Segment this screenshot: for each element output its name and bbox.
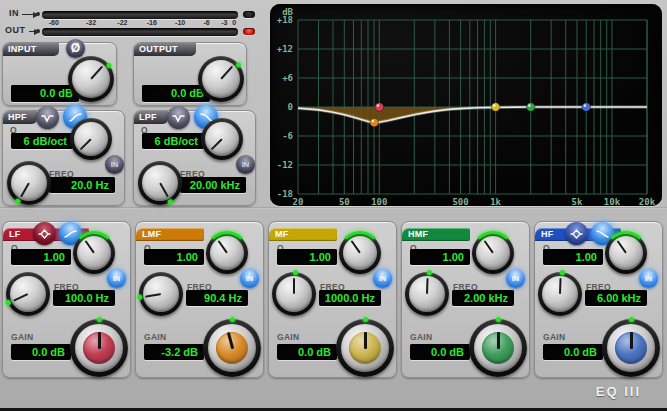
svg-text:500: 500 (452, 197, 468, 206)
scale-tick-label: -6 (204, 19, 210, 26)
lpf-section-title: LPF (134, 111, 168, 124)
input-gain-knob[interactable] (68, 56, 114, 102)
lmf-in-button[interactable]: IN (240, 269, 259, 288)
mf-gain-display[interactable]: 0.0 dB (277, 344, 337, 360)
in-meter-dot-icon (36, 12, 40, 16)
mf-band-title: MF (269, 228, 337, 241)
lpf-freq-knob[interactable] (138, 161, 182, 205)
output-section-title: OUTPUT (134, 43, 196, 56)
hmf-gain-display[interactable]: 0.0 dB (410, 344, 470, 360)
svg-text:20: 20 (293, 197, 304, 206)
out-level-meter (42, 28, 238, 36)
svg-text:+12: +12 (277, 44, 293, 54)
notch-filter-icon[interactable] (36, 106, 59, 129)
notch-filter-icon[interactable] (167, 106, 190, 129)
hf-gain-label: GAIN (543, 332, 565, 342)
lpf-section: LPF Q 6 dB/oct FREQ 20.00 kHz IN (133, 110, 256, 206)
mf-freq-knob[interactable] (272, 272, 316, 316)
hf-gain-display[interactable]: 0.0 dB (543, 344, 603, 360)
hmf-gain-label: GAIN (410, 332, 432, 342)
svg-text:0: 0 (288, 102, 293, 112)
hf-freq-display[interactable]: 6.00 kHz (585, 290, 647, 306)
scale-tick-label: -10 (175, 19, 185, 26)
lf-gain-display[interactable]: 0.0 dB (11, 344, 71, 360)
eq-response-graph[interactable]: +18+12+60-6-12-18dB20501005001k5k10k20k (270, 4, 662, 206)
out-meter-dot-icon (36, 29, 40, 33)
in-meter-arrow-icon (22, 14, 34, 15)
plugin-title: EQ III (596, 384, 641, 399)
lf-gain-label: GAIN (11, 332, 33, 342)
peak-filter-icon[interactable] (33, 222, 56, 245)
hmf-gain-knob[interactable] (469, 319, 527, 377)
output-gain-knob[interactable] (198, 56, 244, 102)
lmf-gain-knob[interactable] (203, 319, 261, 377)
mf-gain-label: GAIN (277, 332, 299, 342)
hf-q-display[interactable]: 1.00 (543, 249, 603, 265)
mf-in-button[interactable]: IN (373, 269, 392, 288)
hpf-freq-knob[interactable] (7, 161, 51, 205)
hf-freq-knob[interactable] (538, 272, 582, 316)
hf-gain-knob[interactable] (602, 319, 660, 377)
input-section-title: INPUT (3, 43, 59, 56)
hmf-band-section: HMF Q 1.00 IN FREQ 2.00 kHz GAIN 0.0 dB (401, 221, 530, 378)
out-meter-label: OUT (5, 25, 26, 35)
hf-in-button[interactable]: IN (639, 269, 658, 288)
meter-scale: -60 -32 -22 -16 -10 -6 -3 0 (42, 19, 238, 28)
svg-text:+6: +6 (282, 73, 293, 83)
hpf-freq-display[interactable]: 20.0 Hz (49, 177, 115, 193)
hmf-freq-display[interactable]: 2.00 kHz (452, 290, 514, 306)
in-clip-led[interactable] (243, 11, 255, 18)
lpf-in-button[interactable]: IN (236, 155, 255, 174)
lf-freq-display[interactable]: 100.0 Hz (53, 290, 115, 306)
lmf-freq-display[interactable]: 90.4 Hz (186, 290, 248, 306)
lmf-q-knob[interactable] (206, 232, 248, 274)
mf-band-section: MF Q 1.00 IN FREQ 1000.0 Hz GAIN 0.0 dB (268, 221, 397, 378)
scale-tick-label: 0 (232, 19, 236, 26)
scale-tick-label: -3 (221, 19, 227, 26)
in-meter-label: IN (9, 8, 19, 18)
hmf-q-knob[interactable] (472, 232, 514, 274)
scale-tick-label: -16 (147, 19, 157, 26)
eq3-plugin-window: IN -60 -32 -22 -16 -10 -6 -3 0 OUT INPUT… (0, 0, 667, 411)
mf-band-handle[interactable] (491, 103, 500, 112)
hmf-band-title: HMF (402, 228, 470, 241)
lf-q-knob[interactable] (73, 232, 115, 274)
scale-tick-label: -32 (86, 19, 96, 26)
lpf-q-knob[interactable] (201, 118, 243, 160)
hf-q-knob[interactable] (605, 232, 647, 274)
peak-filter-icon[interactable] (565, 222, 588, 245)
hmf-freq-knob[interactable] (405, 272, 449, 316)
lmf-band-section: LMF Q 1.00 IN FREQ 90.4 Hz GAIN -3.2 dB (135, 221, 264, 378)
mf-gain-knob[interactable] (336, 319, 394, 377)
hmf-q-display[interactable]: 1.00 (410, 249, 470, 265)
lmf-band-title: LMF (136, 228, 204, 241)
lmf-q-display[interactable]: 1.00 (144, 249, 204, 265)
lmf-freq-knob[interactable] (139, 272, 183, 316)
lf-freq-knob[interactable] (6, 272, 50, 316)
hpf-q-knob[interactable] (70, 118, 112, 160)
hpf-in-button[interactable]: IN (105, 155, 124, 174)
lmf-gain-display[interactable]: -3.2 dB (144, 344, 204, 360)
scale-tick-label: -22 (117, 19, 127, 26)
hf-band-handle[interactable] (582, 103, 591, 112)
lf-in-button[interactable]: IN (107, 269, 126, 288)
lf-band-handle[interactable] (375, 103, 384, 112)
input-section: INPUT Ø 0.0 dB (2, 42, 117, 106)
lf-band-section: LF Q 1.00 IN FREQ 100.0 Hz GAIN 0.0 dB (2, 221, 131, 378)
in-level-meter (42, 11, 238, 19)
svg-text:10k: 10k (604, 197, 621, 206)
lf-q-display[interactable]: 1.00 (11, 249, 71, 265)
mf-q-knob[interactable] (339, 232, 381, 274)
mf-q-display[interactable]: 1.00 (277, 249, 337, 265)
lmf-band-handle[interactable] (370, 118, 379, 127)
hf-band-section: HF Q 1.00 IN FREQ 6.00 kHz GAIN 0.0 dB (534, 221, 663, 378)
lf-gain-knob[interactable] (70, 319, 128, 377)
mf-freq-display[interactable]: 1000.0 Hz (319, 290, 381, 306)
svg-text:50: 50 (339, 197, 350, 206)
svg-text:-18: -18 (277, 189, 293, 199)
hmf-band-handle[interactable] (526, 103, 535, 112)
hmf-in-button[interactable]: IN (506, 269, 525, 288)
hpf-section: HPF Q 6 dB/oct FREQ 20.0 Hz IN (2, 110, 125, 206)
svg-text:dB: dB (282, 7, 293, 17)
out-clip-led[interactable] (243, 28, 255, 35)
